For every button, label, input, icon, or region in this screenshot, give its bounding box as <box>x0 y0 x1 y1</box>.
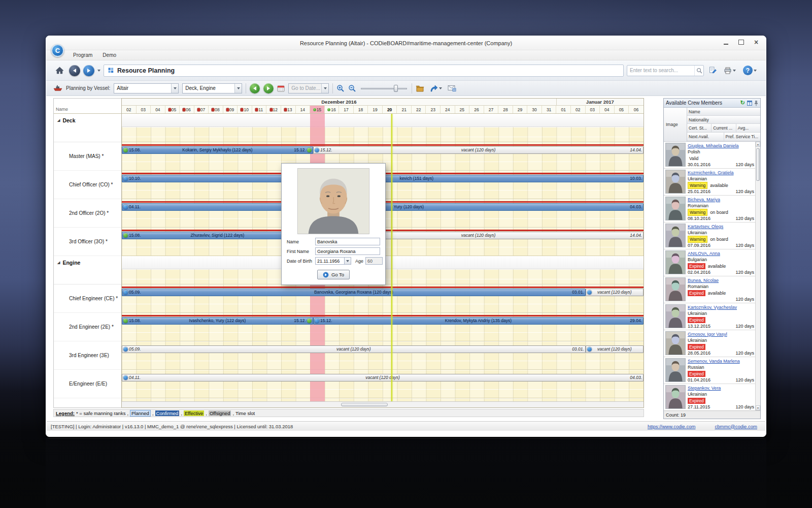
day-header-cell[interactable]: 03 <box>586 106 600 113</box>
vacant-bar[interactable]: 04.11.vacant (120 days)04.03. <box>122 374 644 382</box>
crew-member-name-link[interactable]: Giuglea, Mihaela Daniela <box>688 143 754 149</box>
column-header-name[interactable]: Name <box>687 108 760 116</box>
search-button[interactable] <box>694 66 703 76</box>
rank-row-name[interactable]: 2nd Officer (2O) * <box>54 199 121 228</box>
day-header-cell[interactable]: 19 <box>368 106 383 113</box>
crew-member-row[interactable]: Stepankov, VeraUkrainianExpired27.11.201… <box>664 384 760 410</box>
email-link[interactable]: cbmmc@codie.com <box>715 424 757 429</box>
scroll-up-button[interactable]: ▲ <box>756 142 760 147</box>
day-header-cell[interactable]: 13 <box>281 106 296 113</box>
day-header-cell[interactable]: 17 <box>339 106 354 113</box>
close-button[interactable]: × <box>753 39 760 46</box>
crew-member-name-link[interactable]: ANILOVA, Anna <box>688 250 754 257</box>
zoom-out-button[interactable] <box>348 84 356 92</box>
window-title-bar[interactable]: Resource Planning (Altair) - CODieBOARD#… <box>46 36 766 50</box>
day-header-cell[interactable]: 22 <box>412 106 426 113</box>
goto-date-combobox[interactable]: Go to Date... <box>288 83 329 93</box>
column-header-image[interactable]: Image <box>664 108 687 141</box>
website-link[interactable]: https://www.codie.com <box>648 424 696 429</box>
forward-button[interactable] <box>83 65 94 76</box>
gantt-horizontal-scrollbar[interactable] <box>122 401 644 407</box>
search-input[interactable] <box>627 68 694 73</box>
column-header-next-avail[interactable]: Next Avail. <box>687 133 724 141</box>
department-select[interactable]: Deck, Engine <box>182 83 242 93</box>
assignment-bar[interactable]: 15.12.Krendov, Mykyta Andriy (135 days)2… <box>313 317 644 325</box>
expand-triangle-icon[interactable]: ◢ <box>57 261 60 265</box>
rank-row-name[interactable]: E/Engineer (E/E) <box>54 370 121 398</box>
crew-member-name-link[interactable]: Kartoznikov, Vyacheslav <box>688 304 754 310</box>
crew-member-row[interactable]: Bicheva, MariyaRomanianWarningon board08… <box>664 196 760 223</box>
crew-member-row[interactable]: Semenov, Vanda MarlenaRussianExpired01.0… <box>664 357 760 384</box>
pin-button[interactable] <box>754 100 758 106</box>
day-header-cell[interactable]: 04 <box>600 106 615 113</box>
send-mail-button[interactable] <box>448 85 456 91</box>
day-header-cell[interactable]: 08 <box>209 106 223 113</box>
refresh-button[interactable]: ↻ <box>740 100 745 106</box>
app-logo[interactable]: C <box>51 44 64 57</box>
day-header-cell[interactable]: 05 <box>615 106 629 113</box>
day-header-cell[interactable]: 02 <box>571 106 586 113</box>
crew-member-name-link[interactable]: Bicheva, Mariya <box>688 197 754 203</box>
day-header-cell[interactable]: 02 <box>122 106 137 113</box>
crew-vertical-scrollbar[interactable]: ▲ ▼ <box>755 142 760 410</box>
day-header-cell[interactable]: 06 <box>629 106 644 113</box>
toolbox-button[interactable] <box>416 85 424 92</box>
day-header-cell[interactable]: 31 <box>542 106 557 113</box>
slider-thumb[interactable] <box>394 85 398 92</box>
day-header-cell[interactable]: 16 <box>325 106 340 113</box>
assignment-bar[interactable]: 15.08.Kokarin, Sergiy Mykhaylo (122 days… <box>122 146 313 154</box>
zoom-in-button[interactable] <box>336 84 345 92</box>
popup-dob-input[interactable] <box>315 257 345 265</box>
jump-to-button[interactable] <box>428 82 444 95</box>
crew-member-row[interactable]: Giuglea, Mihaela DanielaPolishValid30.01… <box>664 142 760 169</box>
day-header-cell[interactable]: 18 <box>354 106 368 113</box>
expand-triangle-icon[interactable]: ◢ <box>57 118 60 122</box>
crew-member-row[interactable]: Kartavtsev, OlegsUkrainianWarningon boar… <box>664 223 760 249</box>
column-header-pref-service[interactable]: Pref. Service Ti... <box>724 133 761 141</box>
calendar-button[interactable] <box>277 85 285 92</box>
day-header-cell[interactable]: 15 <box>310 106 325 113</box>
vacant-bar[interactable]: 15.12.vacant (120 days)14.04. <box>313 146 644 154</box>
home-button[interactable] <box>53 64 66 77</box>
crew-member-row[interactable]: ANILOVA, AnnaBulgarianExpiredavailable02… <box>664 249 760 276</box>
column-header-cert-status[interactable]: Cert. St... <box>687 124 712 133</box>
day-header-cell[interactable]: 29 <box>513 106 528 113</box>
rank-row-name[interactable]: 3rd Engineer (3E) <box>54 341 121 370</box>
day-header-cell[interactable]: 06 <box>180 106 194 113</box>
vessel-select[interactable]: Altair <box>114 83 179 93</box>
vacant-bar[interactable]: 05.09.vacant (120 days)03.01. <box>122 345 586 353</box>
dob-dropdown-button[interactable] <box>345 257 351 265</box>
crew-member-row[interactable]: Bunea, NicolaeRomanianExpiredavailable12… <box>664 276 760 303</box>
group-row-name[interactable]: ◢Deck <box>54 114 121 142</box>
day-header-cell[interactable]: 01 <box>556 106 571 113</box>
day-header-cell[interactable]: 04 <box>151 106 165 113</box>
crew-member-name-link[interactable]: Bunea, Nicolae <box>688 277 754 283</box>
day-header-cell[interactable]: 12 <box>266 106 281 113</box>
popup-name-input[interactable] <box>315 238 380 245</box>
day-header-cell[interactable]: 14 <box>296 106 311 113</box>
print-button[interactable] <box>722 64 738 77</box>
day-header-cell[interactable]: 09 <box>223 106 238 113</box>
layout-button[interactable] <box>747 101 752 106</box>
vertical-scrollbar-thumb[interactable] <box>756 148 760 181</box>
minimize-button[interactable] <box>722 39 729 46</box>
day-header-cell[interactable]: 27 <box>484 106 499 113</box>
rank-row-name[interactable]: Master (MAS) * <box>54 142 121 171</box>
edit-document-button[interactable] <box>707 64 719 77</box>
day-header-cell[interactable]: 03 <box>137 106 151 113</box>
day-header-cell[interactable]: 10 <box>238 106 252 113</box>
name-column-header[interactable]: Name <box>54 99 121 114</box>
crew-member-row[interactable]: Kartoznikov, VyacheslavUkrainianExpired1… <box>664 303 760 330</box>
crew-member-row[interactable]: Grnosov, Igor VasylUkrainianExpired28.05… <box>664 330 760 357</box>
day-header-cell[interactable]: 23 <box>426 106 441 113</box>
rank-row-name[interactable]: 3rd Officer (3O) * <box>54 228 121 256</box>
vacant-bar[interactable]: vacant (120 days) <box>586 289 644 296</box>
assignment-bar[interactable]: 15.08.Ivashchenko, Yury (122 days)15.12. <box>122 317 313 325</box>
assignment-bar[interactable]: 05.09.Banovska, Georgiana Roxana (120 da… <box>122 289 586 296</box>
scroll-down-button[interactable]: ▼ <box>756 405 760 410</box>
rank-row-name[interactable]: Chief Officer (CO) * <box>54 171 121 199</box>
page-title-box[interactable]: Resource Planning <box>104 65 624 77</box>
forward-dropdown-caret-icon[interactable] <box>97 70 100 72</box>
crew-member-row[interactable]: Kuzmichenko, GratielaUkrainianWarningava… <box>664 169 760 196</box>
column-header-current[interactable]: Current ... <box>712 124 736 133</box>
